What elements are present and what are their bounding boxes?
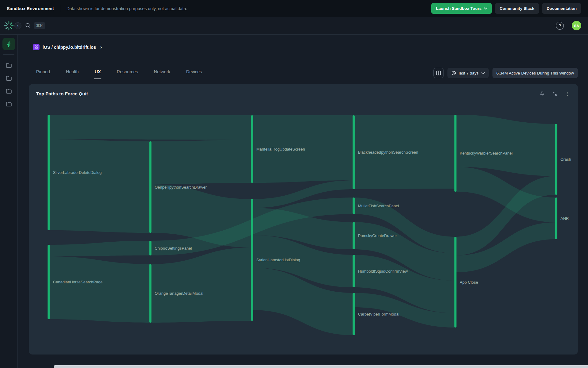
tabs: PinnedHealthUXResourcesNetworkDevices: [36, 67, 202, 79]
app-root: Sandbox Environment Data shown is for de…: [0, 0, 588, 368]
banner-actions: Launch Sandbox Tours Community Slack Doc…: [431, 3, 581, 14]
sankey-node-label: PomskyCreateDrawer: [358, 233, 397, 238]
chevron-down-icon: [481, 72, 485, 74]
tab-network[interactable]: Network: [153, 69, 171, 79]
sankey-node-label: MulletFishSearchPanel: [358, 204, 399, 208]
clock-icon: [451, 71, 456, 75]
main-content: iOS / chippy.io.bitdrift.ios › PinnedHea…: [18, 35, 588, 368]
sidebar-divider: [3, 54, 14, 55]
sidebar-folders: [2, 59, 15, 110]
sankey-link[interactable]: [49, 115, 252, 140]
body-row: iOS / chippy.io.bitdrift.ios › PinnedHea…: [0, 35, 588, 368]
sankey-node[interactable]: [454, 237, 457, 328]
sidebar-item-folder[interactable]: [2, 72, 15, 84]
nav-right: ? SA: [556, 21, 588, 30]
sankey-node[interactable]: [555, 197, 557, 239]
tab-resources[interactable]: Resources: [116, 69, 138, 79]
sankey-node[interactable]: [353, 115, 355, 189]
sankey-node-label: OenpellipythonSearchDrawer: [155, 185, 207, 190]
sankey-node-label: OrangeTanagerDetailModal: [155, 291, 203, 296]
top-paths-card: Top Paths to Force Quit: [29, 84, 578, 355]
tab-health[interactable]: Health: [65, 69, 79, 79]
sankey-node[interactable]: [353, 197, 355, 214]
view-controls: last 7 days 6.34M Active Devices During …: [433, 68, 578, 78]
documentation-button[interactable]: Documentation: [542, 3, 581, 14]
folder-icon: [6, 63, 12, 68]
sankey-node[interactable]: [48, 115, 50, 230]
sidebar-item-folder[interactable]: [2, 98, 15, 110]
horizontal-scrollbar[interactable]: [54, 365, 588, 368]
search-icon: [25, 23, 31, 29]
layout-grid-button[interactable]: [433, 68, 444, 78]
bitdrift-logo-icon: [4, 21, 14, 31]
community-slack-button[interactable]: Community Slack: [495, 3, 539, 14]
search-input[interactable]: ⌘K: [25, 22, 45, 29]
sankey-link[interactable]: [455, 115, 556, 176]
folder-icon: [6, 101, 12, 107]
sankey-node[interactable]: [555, 124, 557, 195]
sankey-node-label: HumboldtSquidConfirmView: [358, 269, 408, 274]
sankey-node-label: ANR: [560, 216, 569, 221]
top-nav: › ⌘K ? SA: [0, 17, 588, 35]
sankey-node-label: ChipooSettingsPanel: [155, 246, 192, 251]
sankey-link[interactable]: [49, 139, 150, 233]
sidebar-item-active[interactable]: [2, 38, 15, 50]
sankey-node[interactable]: [149, 241, 152, 255]
sidebar-item-folder[interactable]: [2, 85, 15, 97]
sankey-link[interactable]: [150, 247, 252, 323]
sankey-link[interactable]: [49, 241, 150, 256]
app-grid-icon: [33, 44, 40, 50]
search-shortcut-badge: ⌘K: [34, 22, 45, 29]
time-range-value: last 7 days: [459, 71, 479, 75]
sankey-node[interactable]: [353, 255, 355, 287]
sankey-node-label: CarpetViperFormModal: [358, 312, 399, 316]
time-range-select[interactable]: last 7 days: [447, 68, 489, 78]
sankey-node-label: SyrianHamsterListDialog: [256, 258, 300, 262]
tabs-row: PinnedHealthUXResourcesNetworkDevices: [18, 67, 588, 79]
sidebar: [0, 35, 18, 368]
tab-pinned[interactable]: Pinned: [36, 69, 51, 79]
sankey-node-label: MantellaFrogUpdateScreen: [256, 147, 305, 151]
sankey-svg: SilverLabradorDeleteDialogCanadianHorseS…: [29, 84, 578, 355]
chevron-down-icon: [484, 7, 487, 10]
sankey-node[interactable]: [251, 199, 253, 321]
sidebar-expand-button[interactable]: ›: [14, 22, 21, 29]
sankey-node-label: BlackheadedpythonSearchScreen: [358, 150, 418, 155]
folder-icon: [6, 88, 12, 94]
tab-ux[interactable]: UX: [94, 69, 101, 79]
sankey-node-label: Crash: [560, 157, 571, 162]
sankey-link[interactable]: [49, 256, 150, 323]
breadcrumb-label: iOS / chippy.io.bitdrift.ios: [43, 45, 96, 50]
sankey-node[interactable]: [48, 245, 50, 319]
grid-icon: [436, 71, 441, 75]
breadcrumb[interactable]: iOS / chippy.io.bitdrift.ios ›: [18, 35, 588, 50]
sankey-node[interactable]: [454, 115, 457, 192]
banner-message: Data shown is for demonstration purposes…: [66, 6, 187, 11]
avatar[interactable]: SA: [572, 21, 581, 30]
tab-devices[interactable]: Devices: [186, 69, 203, 79]
folder-icon: [6, 75, 12, 81]
sankey-node[interactable]: [149, 141, 152, 233]
sankey-node[interactable]: [251, 115, 253, 183]
sankey-node[interactable]: [353, 293, 355, 335]
sankey-node-label: SilverLabradorDeleteDialog: [53, 170, 102, 175]
banner-title: Sandbox Environment: [7, 6, 54, 11]
banner-divider: [60, 5, 60, 12]
active-devices-badge: 6.34M Active Devices During This Window: [492, 68, 578, 78]
chevron-right-icon: ›: [100, 44, 102, 50]
launch-sandbox-tours-button[interactable]: Launch Sandbox Tours: [431, 3, 492, 14]
bolt-icon: [6, 41, 12, 47]
sankey-node-label: App Close: [460, 280, 478, 285]
sandbox-banner: Sandbox Environment Data shown is for de…: [0, 0, 588, 17]
sankey-link[interactable]: [150, 140, 252, 184]
sidebar-item-folder[interactable]: [2, 59, 15, 71]
sankey-node[interactable]: [353, 222, 355, 249]
sankey-node[interactable]: [149, 264, 152, 323]
sankey-node-label: CanadianHorseSearchPage: [53, 280, 103, 284]
help-button[interactable]: ?: [556, 22, 564, 30]
sankey-node-label: KentuckyWarblerSearchPanel: [460, 151, 513, 155]
